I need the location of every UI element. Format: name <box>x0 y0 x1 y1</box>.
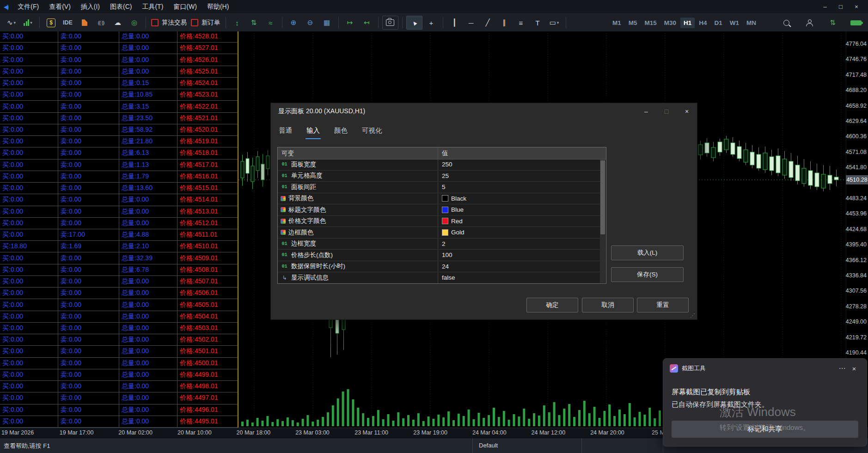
dom-buy-cell[interactable]: 买:0.00 <box>0 206 58 217</box>
dom-price-cell[interactable]: 价格:4521.01 <box>177 113 238 124</box>
dom-price-cell[interactable]: 价格:4506.01 <box>177 288 238 299</box>
menu-item-4[interactable]: 工具(T) <box>137 0 168 13</box>
dom-buy-cell[interactable]: 买:0.00 <box>0 124 58 135</box>
dom-buy-cell[interactable]: 买:0.00 <box>0 346 58 357</box>
dom-sell-cell[interactable]: 卖:0.00 <box>58 311 119 322</box>
param-value-cell[interactable]: 250 <box>438 159 606 170</box>
dom-price-cell[interactable]: 价格:4516.01 <box>177 171 238 182</box>
market-watch-button[interactable]: $ <box>43 16 59 29</box>
dom-volume-cell[interactable]: 总量:0.00 <box>119 54 177 65</box>
timeframe-W1[interactable]: W1 <box>727 18 742 28</box>
dom-volume-cell[interactable]: 总量:2.10 <box>119 241 177 252</box>
dom-volume-cell[interactable]: 总量:0.00 <box>119 404 177 416</box>
param-value-cell[interactable]: Black <box>438 193 606 204</box>
dom-buy-cell[interactable]: 买:0.00 <box>0 404 58 416</box>
timeframe-H1[interactable]: H1 <box>680 18 695 28</box>
dom-buy-cell[interactable]: 买:0.00 <box>0 54 58 65</box>
dom-sell-cell[interactable]: 卖:0.00 <box>58 381 119 392</box>
menu-item-2[interactable]: 插入(I) <box>76 0 105 13</box>
dom-price-cell[interactable]: 价格:4500.01 <box>177 358 238 369</box>
dom-buy-cell[interactable]: 买:0.00 <box>0 358 58 369</box>
window-maximize-button[interactable]: □ <box>833 3 849 10</box>
param-value-cell[interactable]: 24 <box>438 261 606 272</box>
param-row[interactable]: 01单元格高度25 <box>278 171 606 182</box>
tab-2[interactable]: 颜色 <box>333 124 348 139</box>
param-value-cell[interactable]: false <box>438 272 606 283</box>
dom-price-cell[interactable]: 价格:4503.01 <box>177 323 238 334</box>
dom-price-cell[interactable]: 价格:4502.01 <box>177 334 238 345</box>
window-minimize-button[interactable]: – <box>817 3 833 10</box>
fibonacci-tool-button[interactable]: ≡ <box>513 16 529 29</box>
dom-volume-cell[interactable]: 总量:0.00 <box>119 299 177 310</box>
dom-sell-cell[interactable]: 卖:0.00 <box>58 288 119 299</box>
crosshair-tool-button[interactable]: + <box>424 16 439 29</box>
chart-type-button[interactable]: ∿ ▾ <box>4 16 19 29</box>
dom-sell-cell[interactable]: 卖:0.00 <box>58 31 119 42</box>
dom-volume-cell[interactable]: 总量:0.00 <box>119 43 177 54</box>
dom-buy-cell[interactable]: 买:0.00 <box>0 369 58 380</box>
param-value-cell[interactable]: 100 <box>438 250 606 261</box>
vertical-line-tool-button[interactable]: ┃ <box>447 16 462 29</box>
window-close-button[interactable]: × <box>849 3 864 10</box>
dom-buy-cell[interactable]: 买:0.00 <box>0 392 58 404</box>
file-button[interactable] <box>77 16 92 29</box>
param-row[interactable]: 01数据保留时长(小时)24 <box>278 261 606 273</box>
dom-buy-cell[interactable]: 买:0.00 <box>0 78 58 89</box>
signal-button[interactable]: ((·)) <box>93 16 109 29</box>
param-row[interactable]: 边框颜色Gold <box>278 227 606 239</box>
dom-sell-cell[interactable]: 卖:0.00 <box>58 171 119 182</box>
dom-sell-cell[interactable]: 卖:0.00 <box>58 369 119 380</box>
dom-price-cell[interactable]: 价格:4509.01 <box>177 252 238 263</box>
cancel-button[interactable]: 取消 <box>582 298 634 312</box>
dom-volume-cell[interactable]: 总量:0.00 <box>119 31 177 42</box>
dom-buy-cell[interactable]: 买:0.00 <box>0 183 58 194</box>
dom-volume-cell[interactable]: 总量:0.00 <box>119 346 177 357</box>
dom-price-cell[interactable]: 价格:4522.01 <box>177 101 238 112</box>
load-button[interactable]: 载入(L) <box>611 245 684 260</box>
cursor-tool-button[interactable]: ▲ <box>406 16 422 30</box>
auto-scroll-button[interactable]: ↤ <box>359 16 374 29</box>
save-button[interactable]: 保存(S) <box>611 267 684 282</box>
dom-buy-cell[interactable]: 买:0.00 <box>0 334 58 345</box>
dom-volume-cell[interactable]: 总量:0.00 <box>119 358 177 369</box>
tab-0[interactable]: 普通 <box>278 124 293 139</box>
param-value-cell[interactable]: Blue <box>438 204 606 215</box>
dom-volume-cell[interactable]: 总量:0.00 <box>119 392 177 404</box>
dom-price-cell[interactable]: 价格:4511.01 <box>177 229 238 240</box>
dom-price-cell[interactable]: 价格:4513.01 <box>177 206 238 217</box>
dom-volume-cell[interactable]: 总量:10.85 <box>119 89 177 100</box>
dom-price-cell[interactable]: 价格:4520.01 <box>177 124 238 135</box>
menu-item-3[interactable]: 图表(C) <box>105 0 137 13</box>
dom-sell-cell[interactable]: 卖:0.00 <box>58 136 119 147</box>
menu-item-5[interactable]: 窗口(W) <box>168 0 202 13</box>
dom-volume-cell[interactable]: 总量:4.88 <box>119 229 177 240</box>
dialog-maximize-button[interactable]: □ <box>656 108 677 115</box>
dom-sell-cell[interactable]: 卖:0.00 <box>58 392 119 404</box>
dom-price-cell[interactable]: 价格:4517.01 <box>177 159 238 171</box>
connection-level-button[interactable]: ⇅ <box>825 16 840 29</box>
dom-price-cell[interactable]: 价格:4512.01 <box>177 218 238 229</box>
dom-sell-cell[interactable]: 卖:0.00 <box>58 264 119 275</box>
param-value-cell[interactable]: Gold <box>438 227 606 238</box>
dom-sell-cell[interactable]: 卖:0.00 <box>58 147 119 159</box>
dom-sell-cell[interactable]: 卖:0.00 <box>58 159 119 171</box>
reset-button[interactable]: 重置 <box>637 298 689 312</box>
dom-buy-cell[interactable]: 买:0.00 <box>0 147 58 159</box>
dom-sell-cell[interactable]: 卖:0.00 <box>58 346 119 357</box>
dom-volume-cell[interactable]: 总量:0.00 <box>119 334 177 345</box>
timeframe-M15[interactable]: M15 <box>642 18 660 28</box>
dom-price-cell[interactable]: 价格:4496.01 <box>177 404 238 416</box>
dom-price-cell[interactable]: 价格:4504.01 <box>177 311 238 322</box>
dom-sell-cell[interactable]: 卖:0.00 <box>58 218 119 229</box>
dom-buy-cell[interactable]: 买:0.00 <box>0 218 58 229</box>
param-row[interactable]: 背景颜色Black <box>278 193 606 205</box>
timeframe-MN[interactable]: MN <box>743 18 759 28</box>
trendline-tool-button[interactable]: ╱ <box>480 16 495 29</box>
dom-price-cell[interactable]: 价格:4498.01 <box>177 381 238 392</box>
dom-volume-cell[interactable]: 总量:0.00 <box>119 323 177 334</box>
dom-price-cell[interactable]: 价格:4499.01 <box>177 369 238 380</box>
dom-buy-cell[interactable]: 买:0.00 <box>0 299 58 310</box>
dom-buy-cell[interactable]: 买:0.00 <box>0 323 58 334</box>
target-button[interactable]: ◎ <box>127 16 142 29</box>
dom-sell-cell[interactable]: 卖:0.00 <box>58 358 119 369</box>
